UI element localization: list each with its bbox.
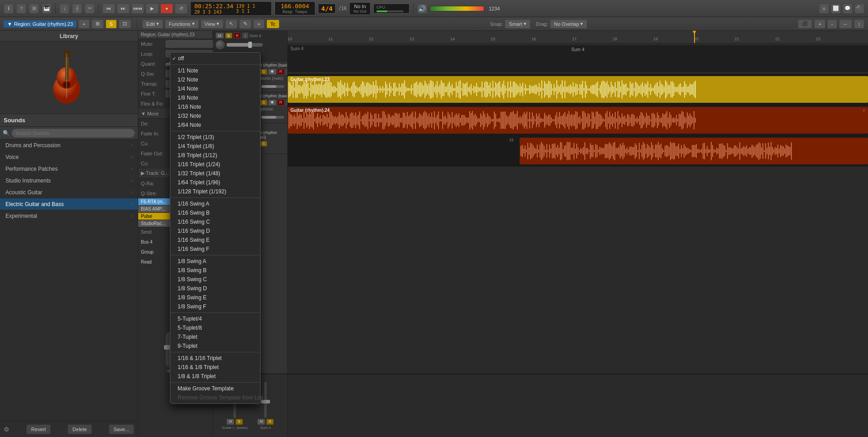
gb-input[interactable]: I <box>285 69 287 75</box>
sum4-input-btn[interactable]: I <box>242 33 248 38</box>
play-button[interactable]: ▶ <box>146 4 159 14</box>
mixer-m-btn-2[interactable]: M <box>257 419 265 425</box>
plugin-icon[interactable]: 🔌 <box>854 4 864 14</box>
functions-menu[interactable]: Functions ▾ <box>165 19 199 29</box>
library-item-voice[interactable]: Voice › <box>0 151 138 163</box>
q-16sC[interactable]: 1/16 Swing C <box>170 217 260 226</box>
q-16-16t[interactable]: 1/16 & 1/16 Triplet <box>170 354 260 363</box>
add-button[interactable]: + <box>78 19 89 29</box>
zoom-icon[interactable]: ⬜ <box>831 4 841 14</box>
guitar-flange-region[interactable] <box>520 138 868 164</box>
zoom-in-btn[interactable]: + <box>814 19 825 29</box>
volume-icon[interactable]: 🔊 <box>417 4 427 14</box>
q-5t8[interactable]: 5-Tuplet/8 <box>170 323 260 332</box>
list-icon[interactable]: ≡ <box>819 4 829 14</box>
q-16-8t[interactable]: 1/16 & 1/8 Triplet <box>170 363 260 372</box>
q-64n[interactable]: 1/64 Note <box>170 120 260 130</box>
q-8sC[interactable]: 1/8 Swing C <box>170 275 260 284</box>
gb2-record[interactable]: R <box>277 100 285 106</box>
q-8sF[interactable]: 1/8 Swing F <box>170 302 260 311</box>
library-item-drums[interactable]: Drums and Percussion › <box>0 139 138 151</box>
piano-icon[interactable]: 🎹 <box>42 4 52 14</box>
mixer-s-btn-1[interactable]: S <box>236 419 242 425</box>
sum4-mute-btn[interactable]: M <box>216 33 224 38</box>
scissors-icon[interactable]: ✂ <box>85 4 95 14</box>
expand-btn[interactable]: ↔ <box>839 19 852 29</box>
sum4-solo-btn[interactable]: S <box>225 33 232 38</box>
q-make-groove[interactable]: Make Groove Template <box>170 384 260 393</box>
q-32n[interactable]: 1/32 Note <box>170 111 260 120</box>
search-input[interactable] <box>11 129 135 138</box>
q-2n[interactable]: 1/2 Note <box>170 75 260 84</box>
edit-menu[interactable]: Edit ▾ <box>142 19 163 29</box>
q-32t[interactable]: 1/32 Triplet (1/48) <box>170 169 260 178</box>
settings-icon[interactable]: ⊞ <box>29 4 39 14</box>
zoom-out-btn[interactable]: - <box>827 19 837 29</box>
library-item-performance[interactable]: Performance Patches › <box>0 163 138 175</box>
tool-arrow[interactable]: ↖ <box>225 19 237 29</box>
q-5t4[interactable]: 5-Tuplet/4 <box>170 314 260 323</box>
q-7t[interactable]: 7-Tuplet <box>170 332 260 341</box>
metronome-icon[interactable]: ♩ <box>59 4 69 14</box>
record-button[interactable]: ● <box>160 4 173 14</box>
fast-forward-button[interactable]: ⏭ <box>117 4 130 14</box>
gb2-solo[interactable]: S <box>260 100 267 106</box>
q-8sE[interactable]: 1/8 Swing E <box>170 293 260 302</box>
gf-solo[interactable]: S <box>260 141 267 147</box>
q-1n[interactable]: 1/1 Note <box>170 66 260 75</box>
sum4-volume-knob[interactable] <box>216 40 225 49</box>
q-4n[interactable]: 1/4 Note <box>170 84 260 93</box>
q-16n[interactable]: 1/16 Note <box>170 102 260 111</box>
q-8sB[interactable]: 1/8 Swing B <box>170 266 260 275</box>
library-item-studio[interactable]: Studio Instruments › <box>0 175 138 187</box>
quantize-dropdown[interactable]: off 1/1 Note 1/2 Note 1/4 Note 1/8 Note … <box>170 52 260 404</box>
snap-value-btn[interactable]: Smart ▾ <box>505 19 530 29</box>
view-menu[interactable]: View ▾ <box>201 19 224 29</box>
delete-button[interactable]: Delete <box>68 424 92 434</box>
revert-button[interactable]: Revert <box>26 424 51 434</box>
region-options-button[interactable]: ⊡ <box>119 19 131 29</box>
q-off[interactable]: off <box>170 54 260 63</box>
q-16sE[interactable]: 1/16 Swing E <box>170 235 260 245</box>
help-icon[interactable]: ? <box>16 4 26 14</box>
q-16t[interactable]: 1/16 Triplet (1/24) <box>170 160 260 169</box>
rewind-button[interactable]: ⏮ <box>102 4 115 14</box>
contract-btn[interactable]: ↕ <box>854 19 865 29</box>
tuner-icon[interactable]: 𝄞 <box>72 4 82 14</box>
q-16sB[interactable]: 1/16 Swing B <box>170 208 260 217</box>
q-128t[interactable]: 1/128 Triplet (1/192) <box>170 187 260 196</box>
tempo-display[interactable]: 166.0004 Keep Tempo <box>275 1 315 15</box>
tool-tc[interactable]: Tc <box>266 19 280 29</box>
gb-record[interactable]: R <box>277 69 285 75</box>
q-16sF[interactable]: 1/16 Swing F <box>170 245 260 254</box>
library-item-acoustic[interactable]: Acoustic Guitar › <box>0 187 138 198</box>
info-icon[interactable]: ℹ <box>4 4 14 14</box>
library-item-electric[interactable]: Electric Guitar and Bass › <box>0 198 138 210</box>
q-8sD[interactable]: 1/8 Swing D <box>170 284 260 293</box>
go-to-start-button[interactable]: ⏮⏮ <box>131 4 144 14</box>
mixer-m-btn-1[interactable]: M <box>227 419 234 425</box>
gb-solo[interactable]: S <box>260 69 267 75</box>
save-button[interactable]: Save... <box>109 424 134 434</box>
q-16sD[interactable]: 1/16 Swing D <box>170 226 260 235</box>
q-8n[interactable]: 1/8 Note <box>170 93 260 102</box>
tool-pencil[interactable]: ✎ <box>239 19 251 29</box>
sum4-fader[interactable] <box>227 43 263 47</box>
q-9t[interactable]: 9-Tuplet <box>170 341 260 351</box>
fader-track-2[interactable] <box>264 382 267 418</box>
region-record-button[interactable]: ⊞ <box>92 19 104 29</box>
key-input[interactable]: No In No Out <box>349 2 371 15</box>
gear-icon[interactable]: ⚙ <box>4 426 10 433</box>
time-signature[interactable]: 4/4 <box>318 4 336 14</box>
gb2-fader[interactable] <box>261 116 284 119</box>
q-8sA[interactable]: 1/8 Swing A <box>170 257 260 266</box>
gb-asterisk[interactable]: ✱ <box>268 69 276 75</box>
sum4-record-btn[interactable]: R <box>234 33 241 38</box>
tool-plus[interactable]: + <box>253 19 264 29</box>
q-2t[interactable]: 1/2 Triplet (1/3) <box>170 133 260 142</box>
solo-button[interactable]: S <box>106 19 117 29</box>
mixer-s-btn-2[interactable]: S <box>266 419 273 425</box>
q-64t[interactable]: 1/64 Triplet (1/96) <box>170 178 260 187</box>
q-8-8t[interactable]: 1/8 & 1/8 Triplet <box>170 372 260 381</box>
guitar-basic2-region[interactable]: Guitar (rhythm).24 ○ <box>288 107 868 134</box>
